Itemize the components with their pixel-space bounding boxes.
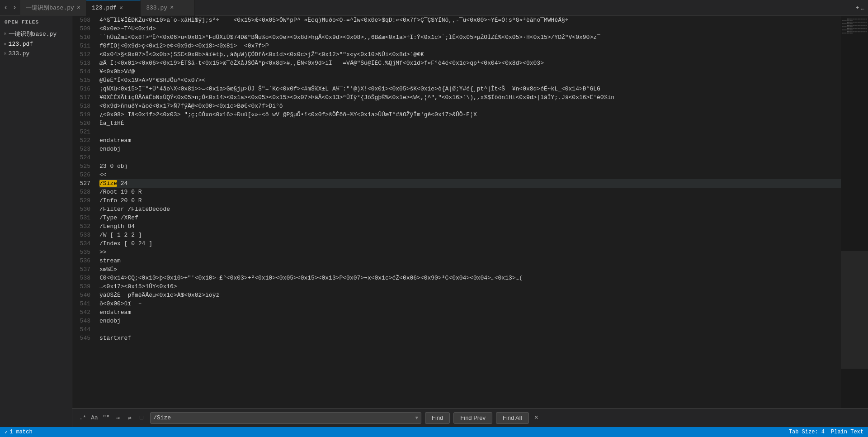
line-number-530: 530	[74, 205, 90, 214]
code-line-545: startxref	[99, 334, 841, 342]
tab-nav-prev[interactable]: ‹ ›	[0, 3, 20, 13]
minimap[interactable]: ████▌▌▌▌▌▌▌▌▌▌▌▌▌▌▌▌▌▌▌▌▌▌▌▌▌▌▌▌▌▌▌▌▌▌▌▌…	[841, 16, 868, 408]
code-line-534: /Index [ 0 24 ]	[99, 239, 841, 248]
line-number-521: 521	[74, 128, 90, 136]
tab-label-333-py: 333.py	[146, 5, 167, 11]
line-number-514: 514	[74, 67, 90, 76]
code-line-538: €0<0x14>CQ;<0x10>þ<0x10>÷"'<0x10>-£°<0x0…	[99, 274, 841, 282]
code-line-517: ¥0XÈÉXÃtiçÙÂAãÉbNxÙQÝ<0x05>n;Ó<0x14><0x1…	[99, 93, 841, 102]
code-line-540: ÿãÙŠŽÈ pŸmëÃÃëµ<0x1c>À$<0x02>ïõÿž	[99, 291, 841, 299]
line-number-527: 527	[74, 179, 90, 188]
code-line-522: endstream	[99, 136, 841, 145]
editor-content: 5085095105115125135145155165175185195205…	[72, 16, 868, 408]
case-toggle[interactable]: Aa	[90, 413, 99, 423]
close-sidebar-base-py[interactable]: ×	[4, 31, 7, 37]
code-area[interactable]: 4^ß¯Ïɨ¥ÏÈDKŽu<0x10>a´o-xãHl$ÿj;s²÷ <0x15…	[96, 16, 841, 408]
tab-bar: ‹ › 一键识别base.py × 123.pdf × 333.py × + …	[0, 0, 868, 16]
prev-nav-icon[interactable]: ‹	[2, 3, 10, 13]
find-all-button[interactable]: Find All	[496, 412, 529, 424]
regex-toggle[interactable]: .*	[78, 413, 88, 423]
find-close-button[interactable]: ×	[534, 414, 539, 422]
sidebar: OPEN FILES × 一键识别base.py × 123.pdf × 333…	[0, 16, 72, 427]
code-line-526: <<	[99, 171, 841, 179]
code-line-539: …<0x17><0x15>1ÛY<0x16>	[99, 282, 841, 291]
close-tab-123-pdf[interactable]: ×	[119, 5, 123, 11]
code-line-536: stream	[99, 256, 841, 265]
close-tab-333-py[interactable]: ×	[170, 5, 174, 11]
find-dropdown-icon[interactable]: ▼	[415, 415, 418, 421]
sidebar-label-333-py: 333.py	[9, 50, 30, 57]
line-number-538: 538	[74, 274, 90, 282]
code-line-531: /Type /XRef	[99, 214, 841, 222]
indent-toggle[interactable]: ⇥	[113, 413, 123, 423]
code-line-520: Êã_t±HÈ	[99, 119, 841, 128]
highlight-icon: □	[140, 414, 143, 421]
find-input[interactable]	[153, 414, 415, 421]
code-line-512: <0x04>§<0x07>Î<0x0b>¦SSC<0x0b>äïètþ,,àðµ…	[99, 50, 841, 59]
highlight-toggle[interactable]: □	[137, 413, 146, 423]
close-sidebar-123-pdf[interactable]: ×	[4, 42, 7, 47]
new-tab-icon[interactable]: +	[855, 5, 859, 11]
tab-label-base-py: 一键识别base.py	[26, 4, 74, 12]
line-number-511: 511	[74, 42, 90, 50]
tab-base-py[interactable]: 一键识别base.py ×	[20, 0, 86, 16]
status-left: ✓ 1 match	[5, 429, 33, 436]
sidebar-item-333-py[interactable]: × 333.py	[0, 49, 72, 58]
tab-actions: + …	[852, 5, 868, 11]
line-number-519: 519	[74, 110, 90, 119]
line-number-544: 544	[74, 325, 90, 334]
line-number-520: 520	[74, 119, 90, 128]
line-number-533: 533	[74, 231, 90, 239]
sidebar-title: OPEN FILES	[0, 16, 72, 28]
tab-333-py[interactable]: 333.py ×	[141, 0, 195, 16]
tab-123-pdf[interactable]: 123.pdf ×	[86, 0, 141, 16]
sidebar-item-base-py[interactable]: × 一键识别base.py	[0, 28, 72, 39]
code-line-530: /Filter /FlateDecode	[99, 205, 841, 214]
code-line-521	[99, 128, 841, 136]
status-right: Tab Size: 4 Plain Text	[789, 429, 863, 435]
line-number-528: 528	[74, 188, 90, 196]
line-number-532: 532	[74, 222, 90, 231]
match-count: ✓ 1 match	[5, 429, 33, 436]
wrap-icon: ⇌	[128, 414, 132, 422]
line-number-522: 522	[74, 136, 90, 145]
line-number-529: 529	[74, 196, 90, 205]
line-number-534: 534	[74, 239, 90, 248]
code-line-535: >>	[99, 248, 841, 256]
status-bar: ✓ 1 match Tab Size: 4 Plain Text	[0, 427, 868, 437]
sidebar-label-123-pdf: 123.pdf	[9, 41, 33, 48]
more-tabs-icon[interactable]: …	[861, 5, 864, 11]
find-icons: .* Aa "" ⇥ ⇌ □	[78, 413, 146, 423]
line-numbers: 5085095105115125135145155165175185195205…	[72, 16, 96, 408]
code-line-537: xœ%É»	[99, 265, 841, 274]
line-number-516: 516	[74, 85, 90, 93]
search-match: /Size	[99, 180, 117, 187]
code-line-527: /Size 24	[99, 179, 841, 188]
code-line-525: 23 0 obj	[99, 162, 841, 171]
line-number-539: 539	[74, 282, 90, 291]
line-number-541: 541	[74, 299, 90, 308]
find-button[interactable]: Find	[425, 412, 450, 424]
line-number-542: 542	[74, 308, 90, 317]
editor-area: 5085095105115125135145155165175185195205…	[72, 16, 868, 427]
line-number-535: 535	[74, 248, 90, 256]
code-line-541: ð<0x00>ûï –	[99, 299, 841, 308]
line-number-537: 537	[74, 265, 90, 274]
code-line-543: endobj	[99, 317, 841, 325]
close-tab-base-py[interactable]: ×	[77, 5, 80, 11]
regex-icon: .*	[79, 414, 86, 421]
sidebar-item-123-pdf[interactable]: × 123.pdf	[0, 39, 72, 49]
next-nav-icon[interactable]: ›	[11, 3, 19, 13]
close-sidebar-333-py[interactable]: ×	[4, 51, 7, 57]
word-toggle[interactable]: ""	[101, 413, 111, 423]
word-icon: ""	[103, 414, 110, 421]
case-icon: Aa	[91, 414, 98, 421]
wrap-toggle[interactable]: ⇌	[125, 413, 135, 423]
check-icon: ✓	[5, 429, 8, 436]
code-line-514: ¥<0x0b>V#@	[99, 67, 841, 76]
code-line-508: 4^ß¯Ïɨ¥ÏÈDKŽu<0x10>a´o-xãHl$ÿj;s²÷ <0x15…	[99, 16, 841, 24]
find-prev-button[interactable]: Find Prev	[453, 412, 492, 424]
minimap-slider[interactable]	[841, 251, 868, 369]
main-area: OPEN FILES × 一键识别base.py × 123.pdf × 333…	[0, 16, 868, 427]
code-line-533: /W [ 1 2 2 ]	[99, 231, 841, 239]
